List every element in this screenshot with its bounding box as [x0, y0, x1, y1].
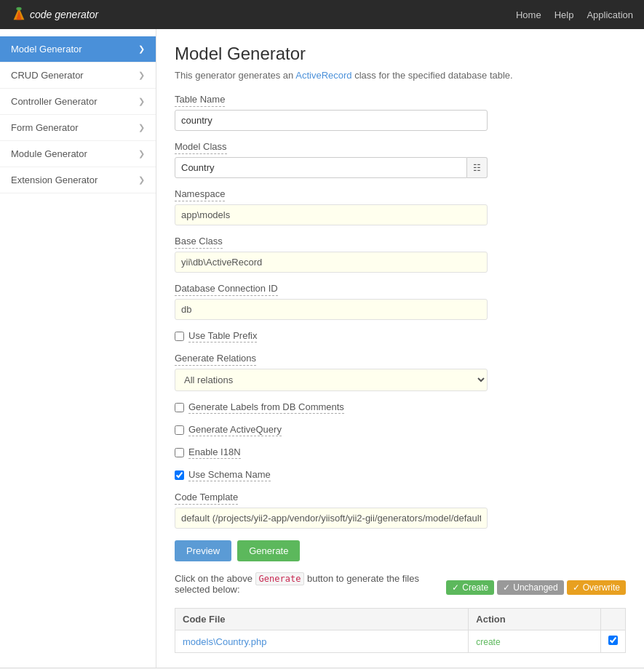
use-table-prefix-label: Use Table Prefix [188, 330, 257, 342]
generate-notice: Click on the above Generate button to ge… [175, 573, 446, 595]
topnav-logo-text: code generator [30, 9, 98, 20]
file-cell: models\Country.php [175, 630, 469, 653]
model-class-input-group: ☷ [175, 157, 488, 178]
namespace-label: Namespace [175, 188, 225, 201]
file-checkbox[interactable] [608, 636, 618, 645]
code-template-field: Code Template [175, 492, 626, 529]
generate-button[interactable]: Generate [237, 540, 300, 561]
code-template-label: Code Template [175, 492, 238, 505]
nav-application-link[interactable]: Application [587, 9, 633, 20]
nav-home-link[interactable]: Home [516, 9, 541, 20]
col-header-checkbox [601, 609, 626, 630]
base-class-input[interactable] [175, 252, 488, 273]
subtitle: This generator generates an ActiveRecord… [175, 70, 626, 81]
base-class-label: Base Class [175, 236, 223, 249]
table-name-input[interactable] [175, 110, 488, 131]
enable-i18n-label: Enable I18N [188, 446, 241, 459]
checkmark-overwrite-icon: ✓ [573, 582, 580, 593]
use-schema-name-label: Use Schema Name [188, 469, 271, 481]
svg-point-3 [16, 7, 21, 10]
generate-activequery-checkbox[interactable] [175, 425, 184, 435]
files-table: Code File Action models\Country.php crea… [175, 608, 626, 653]
db-connection-field: Database Connection ID [175, 283, 626, 320]
use-schema-name-row: Use Schema Name [175, 469, 626, 481]
sidebar-item-module-generator[interactable]: Module Generator ❯ [0, 141, 156, 167]
model-class-label: Model Class [175, 141, 227, 154]
checkmark-unchanged-icon: ✓ [503, 582, 510, 593]
chevron-icon-4: ❯ [138, 149, 145, 159]
generate-relations-field: Generate Relations All relations [175, 353, 626, 391]
namespace-input[interactable] [175, 204, 488, 225]
topnav-links: Home Help Application [516, 9, 633, 20]
badge-overwrite: ✓ Overwrite [567, 580, 626, 595]
base-class-field: Base Class [175, 236, 626, 273]
badge-create: ✓ Create [446, 580, 494, 595]
use-schema-name-checkbox[interactable] [175, 470, 184, 480]
db-connection-input[interactable] [175, 299, 488, 320]
nav-help-link[interactable]: Help [554, 9, 574, 20]
yii-flame-icon [11, 7, 27, 23]
generate-relations-label: Generate Relations [175, 353, 256, 366]
table-name-field: Table Name [175, 94, 626, 131]
generate-activequery-label: Generate ActiveQuery [188, 424, 282, 436]
enable-i18n-checkbox[interactable] [175, 448, 184, 457]
topnav: code generator Home Help Application [0, 0, 644, 29]
topnav-logo: code generator [11, 7, 98, 23]
db-connection-label: Database Connection ID [175, 283, 278, 296]
checkmark-create-icon: ✓ [452, 582, 459, 593]
chevron-icon-5: ❯ [138, 175, 145, 185]
chevron-icon-3: ❯ [138, 123, 145, 132]
sidebar: Model Generator ❯ CRUD Generator ❯ Contr… [0, 29, 156, 668]
generate-relations-select[interactable]: All relations [175, 369, 488, 391]
sidebar-item-model-generator[interactable]: Model Generator ❯ [0, 36, 156, 63]
table-name-label: Table Name [175, 94, 225, 107]
sidebar-item-form-generator[interactable]: Form Generator ❯ [0, 115, 156, 141]
generate-code: Generate [255, 572, 305, 585]
col-header-action: Action [469, 609, 601, 630]
generate-labels-checkbox[interactable] [175, 403, 184, 412]
chevron-icon-0: ❯ [138, 44, 145, 54]
sidebar-item-controller-generator[interactable]: Controller Generator ❯ [0, 89, 156, 115]
generate-labels-row: Generate Labels from DB Comments [175, 401, 626, 414]
use-table-prefix-row: Use Table Prefix [175, 330, 626, 342]
file-link[interactable]: models\Country.php [183, 636, 266, 647]
layout: Model Generator ❯ CRUD Generator ❯ Contr… [0, 29, 644, 668]
model-class-input[interactable] [175, 157, 467, 178]
action-cell: create [469, 630, 601, 653]
generate-labels-label: Generate Labels from DB Comments [188, 401, 344, 414]
col-header-file: Code File [175, 609, 469, 630]
page-title: Model Generator [175, 44, 626, 64]
chevron-icon-2: ❯ [138, 97, 145, 106]
table-row: models\Country.php create [175, 630, 626, 653]
preview-button[interactable]: Preview [175, 540, 231, 561]
model-class-field: Model Class ☷ [175, 141, 626, 178]
legend-badges: ✓ Create ✓ Unchanged ✓ Overwrite [446, 580, 626, 595]
action-buttons: Preview Generate [175, 540, 626, 561]
main-content: Model Generator This generator generates… [156, 29, 644, 668]
activerecord-link[interactable]: ActiveRecord [295, 70, 351, 81]
sidebar-item-crud-generator[interactable]: CRUD Generator ❯ [0, 63, 156, 89]
checkbox-cell [601, 630, 626, 653]
code-template-input[interactable] [175, 508, 488, 529]
badge-unchanged: ✓ Unchanged [497, 580, 563, 595]
namespace-field: Namespace [175, 188, 626, 225]
model-class-browse-btn[interactable]: ☷ [467, 157, 488, 178]
use-table-prefix-checkbox[interactable] [175, 332, 184, 341]
generate-notice-row: Click on the above Generate button to ge… [175, 573, 626, 602]
chevron-icon-1: ❯ [138, 71, 145, 80]
action-value: create [476, 637, 500, 647]
enable-i18n-row: Enable I18N [175, 446, 626, 459]
generate-activequery-row: Generate ActiveQuery [175, 424, 626, 436]
sidebar-item-extension-generator[interactable]: Extension Generator ❯ [0, 167, 156, 193]
